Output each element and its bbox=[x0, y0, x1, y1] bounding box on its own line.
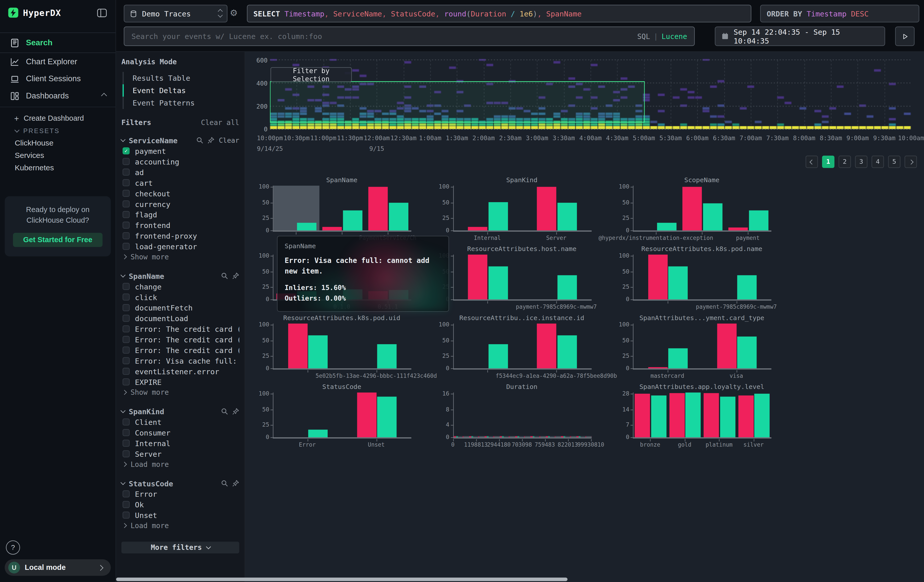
show-more-button[interactable]: Show more bbox=[122, 252, 239, 262]
filter-group-header-StatusCode[interactable]: StatusCode bbox=[121, 478, 239, 489]
checkbox[interactable] bbox=[122, 490, 130, 498]
show-more-button[interactable]: Load more bbox=[122, 459, 239, 470]
filter-checkbox-row[interactable]: documentLoad bbox=[121, 313, 239, 324]
sidebar-item-clickhouse[interactable]: ClickHouse bbox=[0, 137, 116, 149]
source-select[interactable]: Demo Traces bbox=[124, 5, 228, 23]
filter-checkbox-row[interactable]: Error bbox=[121, 489, 239, 499]
pin-icon[interactable] bbox=[232, 408, 239, 415]
pin-icon[interactable] bbox=[232, 480, 239, 487]
checkbox[interactable] bbox=[122, 158, 130, 165]
checkbox[interactable] bbox=[122, 304, 130, 311]
search-icon[interactable] bbox=[221, 480, 228, 487]
checkbox[interactable] bbox=[122, 440, 130, 447]
filter-checkbox-row[interactable]: EXPIRE bbox=[121, 376, 239, 387]
pagination-page-1[interactable]: 1 bbox=[822, 156, 835, 168]
checkbox[interactable] bbox=[122, 211, 130, 218]
checkbox[interactable] bbox=[122, 190, 130, 197]
search-icon[interactable] bbox=[196, 137, 203, 144]
filter-checkbox-row[interactable]: Error: The credit card (… bbox=[121, 345, 239, 356]
filter-checkbox-row[interactable]: cart bbox=[121, 177, 239, 188]
checkbox[interactable] bbox=[122, 419, 130, 425]
checkbox[interactable] bbox=[122, 325, 130, 333]
search-input[interactable]: Search your events w/ Lucene ex. column:… bbox=[124, 26, 695, 46]
clear-all-button[interactable]: Clear all bbox=[201, 119, 239, 127]
filter-checkbox-row[interactable]: accounting bbox=[121, 156, 239, 167]
filter-checkbox-row[interactable]: checkout bbox=[121, 188, 239, 199]
order-by-input[interactable]: ORDER BY Timestamp DESC bbox=[760, 5, 919, 23]
checkbox[interactable] bbox=[122, 357, 130, 364]
get-started-button[interactable]: Get Started for Free bbox=[13, 233, 102, 247]
pin-icon[interactable] bbox=[232, 272, 239, 279]
lucene-mode-toggle[interactable]: Lucene bbox=[662, 32, 687, 41]
checkbox[interactable] bbox=[122, 283, 130, 290]
checkbox[interactable]: ✓ bbox=[122, 147, 130, 154]
horizontal-scrollbar[interactable] bbox=[116, 578, 568, 581]
gear-icon[interactable]: ⚙ bbox=[230, 8, 238, 18]
checkbox[interactable] bbox=[122, 222, 130, 229]
filter-checkbox-row[interactable]: change bbox=[121, 281, 239, 292]
checkbox[interactable] bbox=[122, 315, 130, 322]
checkbox[interactable] bbox=[122, 179, 130, 186]
presets-toggle[interactable]: PRESETS bbox=[0, 125, 116, 137]
filter-checkbox-row[interactable]: load-generator bbox=[121, 241, 239, 252]
pin-icon[interactable] bbox=[208, 137, 215, 144]
local-mode-pill[interactable]: U Local mode bbox=[5, 559, 111, 576]
filter-checkbox-row[interactable]: eventListener.error bbox=[121, 366, 239, 376]
filter-group-header-ServiceName[interactable]: ServiceNameClear bbox=[121, 135, 239, 145]
filter-checkbox-row[interactable]: documentFetch bbox=[121, 302, 239, 313]
sidebar-item-client-sessions[interactable]: Client Sessions bbox=[0, 70, 116, 87]
sidebar-item-services[interactable]: Services bbox=[0, 149, 116, 162]
pagination-page-3[interactable]: 3 bbox=[855, 156, 868, 168]
checkbox[interactable] bbox=[122, 347, 130, 354]
filter-checkbox-row[interactable]: Internal bbox=[121, 438, 239, 448]
run-query-button[interactable] bbox=[895, 26, 915, 46]
filter-checkbox-row[interactable]: frontend bbox=[121, 220, 239, 231]
heatmap-selection[interactable] bbox=[270, 81, 645, 122]
more-filters-button[interactable]: More filters bbox=[121, 541, 239, 553]
checkbox[interactable] bbox=[122, 429, 130, 436]
clear-filter-button[interactable]: Clear bbox=[219, 136, 239, 145]
filter-group-header-SpanName[interactable]: SpanName bbox=[121, 270, 239, 281]
sidebar-item-chart-explorer[interactable]: Chart Explorer bbox=[0, 53, 116, 70]
time-range-picker[interactable]: Sep 14 22:04:35 - Sep 15 10:04:35 bbox=[715, 26, 885, 46]
filter-by-selection-button[interactable]: Filter by Selection bbox=[271, 67, 352, 82]
filter-checkbox-row[interactable]: click bbox=[121, 292, 239, 302]
filter-checkbox-row[interactable]: Error: The credit card (… bbox=[121, 334, 239, 345]
collapse-sidebar-icon[interactable] bbox=[97, 8, 107, 17]
help-button[interactable]: ? bbox=[6, 541, 20, 555]
checkbox[interactable] bbox=[122, 378, 130, 386]
analysis-mode-event-patterns[interactable]: Event Patterns bbox=[122, 97, 239, 109]
filter-checkbox-row[interactable]: Unset bbox=[121, 510, 239, 521]
filter-checkbox-row[interactable]: Ok bbox=[121, 499, 239, 510]
sql-select-input[interactable]: SELECT Timestamp, ServiceName, StatusCod… bbox=[247, 5, 751, 23]
checkbox[interactable] bbox=[122, 200, 130, 208]
filter-checkbox-row[interactable]: ad bbox=[121, 167, 239, 177]
sidebar-item-dashboards[interactable]: Dashboards bbox=[0, 87, 116, 104]
search-icon[interactable] bbox=[221, 272, 228, 279]
create-dashboard-button[interactable]: + Create Dashboard bbox=[0, 112, 116, 125]
checkbox[interactable] bbox=[122, 243, 130, 250]
show-more-button[interactable]: Show more bbox=[122, 387, 239, 398]
filter-checkbox-row[interactable]: Server bbox=[121, 448, 239, 459]
filter-checkbox-row[interactable]: Error: The credit card (… bbox=[121, 324, 239, 334]
checkbox[interactable] bbox=[122, 293, 130, 301]
filter-checkbox-row[interactable]: Client bbox=[121, 417, 239, 427]
checkbox[interactable] bbox=[122, 336, 130, 343]
filter-group-header-SpanKind[interactable]: SpanKind bbox=[121, 406, 239, 417]
filter-checkbox-row[interactable]: Error: Visa cache full: … bbox=[121, 355, 239, 366]
checkbox[interactable] bbox=[122, 512, 130, 519]
filter-checkbox-row[interactable]: flagd bbox=[121, 209, 239, 220]
checkbox[interactable] bbox=[122, 450, 130, 457]
pagination-page-4[interactable]: 4 bbox=[872, 156, 884, 168]
filter-checkbox-row[interactable]: Consumer bbox=[121, 427, 239, 438]
sidebar-item-search[interactable]: Search bbox=[0, 32, 116, 53]
analysis-mode-event-deltas[interactable]: Event Deltas bbox=[122, 84, 239, 97]
sidebar-item-kubernetes[interactable]: Kubernetes bbox=[0, 162, 116, 174]
search-icon[interactable] bbox=[221, 408, 228, 415]
checkbox[interactable] bbox=[122, 368, 130, 375]
checkbox[interactable] bbox=[122, 232, 130, 239]
filter-checkbox-row[interactable]: frontend-proxy bbox=[121, 231, 239, 241]
pagination-page-5[interactable]: 5 bbox=[888, 156, 901, 168]
filter-checkbox-row[interactable]: ✓payment bbox=[121, 145, 239, 156]
pagination-next-button[interactable] bbox=[904, 156, 917, 168]
